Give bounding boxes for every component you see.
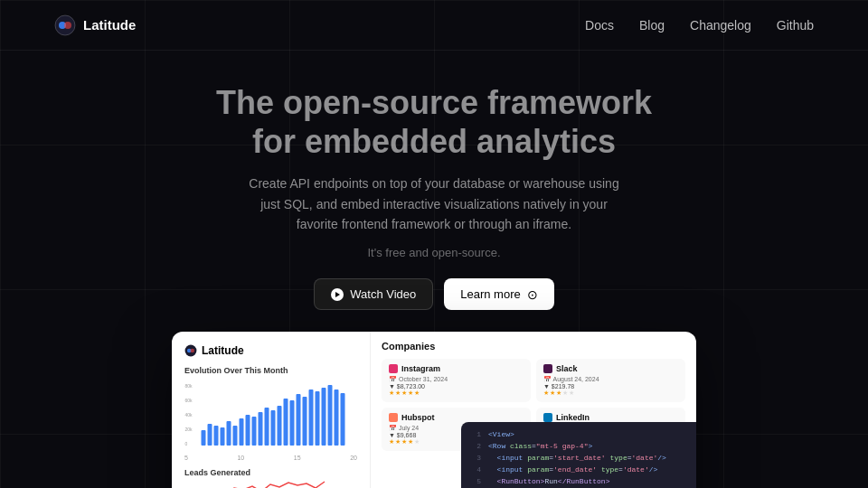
logo-icon: [54, 14, 76, 36]
preview-card: Latitude Evolution Over This Month 80k 6…: [172, 332, 696, 488]
svg-rect-15: [227, 421, 231, 446]
linkedin-icon: [543, 413, 552, 422]
svg-rect-23: [278, 406, 282, 446]
code-line-2: 2 <Row class="mt-5 gap-4">: [470, 441, 687, 453]
svg-text:60k: 60k: [185, 398, 193, 403]
svg-rect-29: [316, 391, 320, 446]
slack-label: Slack: [556, 364, 578, 373]
slack-date: 📅 August 24, 2024: [543, 376, 678, 383]
code-line-3: 3 <input param='start_date' type='date'/…: [470, 453, 687, 465]
hubspot-label: Hubspot: [401, 413, 435, 422]
company-name-slack: Slack: [543, 364, 678, 373]
play-icon: [331, 288, 344, 301]
panel-logo-text: Latitude: [202, 344, 244, 357]
companies-title: Companies: [382, 341, 685, 352]
instagram-stars: ★★★★★: [389, 389, 524, 397]
leads-chart: [184, 477, 357, 488]
chart-x-labels: 5101520: [184, 455, 357, 461]
company-card-instagram: Instagram 📅 October 31, 2024 ▼ $8,723.00…: [382, 359, 531, 402]
svg-text:20k: 20k: [185, 427, 193, 432]
svg-text:80k: 80k: [185, 383, 193, 389]
svg-rect-31: [328, 385, 333, 446]
watch-button-label: Watch Video: [350, 287, 416, 301]
slack-icon: [543, 364, 552, 373]
svg-rect-33: [341, 393, 345, 446]
preview-wrapper: Latitude Evolution Over This Month 80k 6…: [0, 332, 868, 488]
svg-rect-14: [221, 427, 225, 446]
instagram-icon: [389, 364, 398, 373]
bar-chart: 80k 60k 40k 20k 0: [184, 380, 357, 453]
company-name-instagram: Instagram: [389, 364, 524, 373]
navbar: Latitude Docs Blog Changelog Github: [0, 0, 868, 51]
hero-buttons: Watch Video Learn more ⊙: [18, 278, 850, 310]
code-line-5: 5 <RunButton>Run</RunButton>: [470, 476, 687, 488]
instagram-label: Instagram: [401, 364, 440, 373]
headline-line2: for embedded analytics: [252, 123, 616, 160]
nav-github[interactable]: Github: [777, 18, 814, 33]
svg-rect-16: [233, 426, 238, 446]
svg-rect-30: [322, 388, 326, 446]
svg-rect-12: [208, 424, 212, 446]
learn-more-button[interactable]: Learn more ⊙: [444, 278, 553, 310]
svg-rect-21: [265, 408, 269, 446]
chart-panel: Latitude Evolution Over This Month 80k 6…: [172, 332, 371, 488]
nav-docs[interactable]: Docs: [585, 18, 614, 33]
svg-text:0: 0: [185, 441, 188, 446]
svg-rect-20: [259, 412, 263, 446]
code-line-4: 4 <input param='end_date' type='date'/>: [470, 465, 687, 476]
hero-headline: The open-source framework for embedded a…: [18, 83, 850, 161]
svg-rect-32: [335, 389, 339, 446]
slack-amount: ▼ $219.78: [543, 383, 678, 389]
instagram-date: 📅 October 31, 2024: [389, 376, 524, 383]
slack-stars: ★★★★★: [543, 389, 678, 397]
svg-point-5: [190, 349, 194, 353]
panel-logo: Latitude: [184, 344, 357, 357]
panel-logo-icon: [184, 344, 197, 357]
linkedin-label: LinkedIn: [556, 413, 590, 422]
company-name-linkedin: LinkedIn: [543, 413, 678, 422]
hero-section: The open-source framework for embedded a…: [0, 51, 868, 332]
leads-title: Leads Generated: [184, 468, 357, 477]
svg-rect-11: [202, 430, 206, 446]
chart-area: 80k 60k 40k 20k 0: [184, 380, 357, 453]
nav-links: Docs Blog Changelog Github: [585, 17, 814, 33]
github-icon: ⊙: [527, 287, 538, 302]
svg-rect-17: [240, 418, 244, 446]
code-panel: 1 <View> 2 <Row class="mt-5 gap-4"> 3 <i…: [461, 422, 696, 488]
code-line-1: 1 <View>: [470, 429, 687, 441]
learn-button-label: Learn more: [460, 287, 520, 301]
logo-text: Latitude: [83, 17, 136, 33]
svg-rect-27: [303, 397, 307, 446]
chart-title: Evolution Over This Month: [184, 366, 357, 375]
svg-rect-22: [271, 410, 276, 446]
headline-line1: The open-source framework: [216, 84, 652, 121]
svg-text:40k: 40k: [185, 412, 193, 418]
hero-description: Create API endpoints on top of your data…: [244, 174, 624, 234]
svg-rect-26: [297, 394, 301, 446]
company-card-slack: Slack 📅 August 24, 2024 ▼ $219.78 ★★★★★: [536, 359, 685, 402]
nav-changelog[interactable]: Changelog: [690, 18, 751, 33]
svg-point-2: [64, 22, 71, 29]
instagram-amount: ▼ $8,723.00: [389, 383, 524, 389]
svg-rect-18: [246, 415, 250, 446]
hubspot-icon: [389, 413, 398, 422]
svg-rect-13: [214, 426, 219, 446]
nav-blog[interactable]: Blog: [639, 18, 665, 33]
logo[interactable]: Latitude: [54, 14, 136, 36]
svg-rect-25: [290, 400, 295, 446]
watch-video-button[interactable]: Watch Video: [314, 278, 433, 310]
hero-free-text: It's free and open-source.: [244, 244, 624, 263]
svg-rect-19: [252, 417, 257, 446]
svg-rect-28: [309, 389, 314, 446]
svg-rect-24: [284, 399, 288, 446]
company-name-hubspot: Hubspot: [389, 413, 524, 422]
